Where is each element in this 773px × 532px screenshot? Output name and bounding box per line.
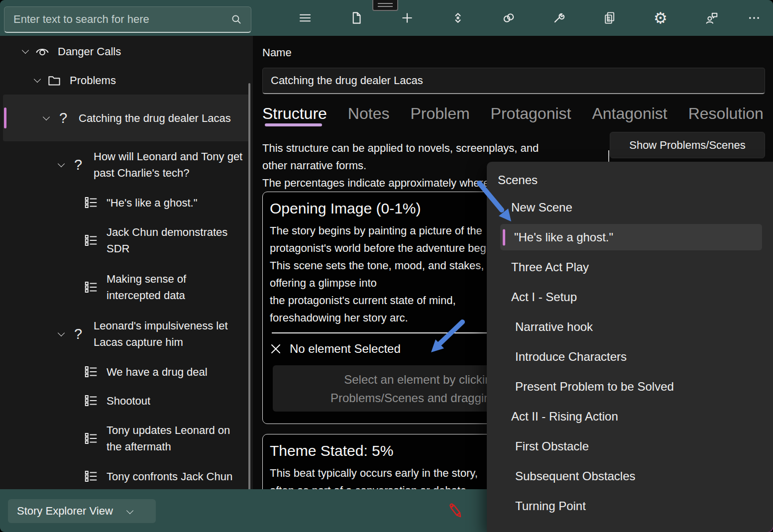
tab-antagonist[interactable]: Antagonist bbox=[592, 105, 667, 123]
tree-item-label: Catching the drug dealer Lacas bbox=[79, 110, 231, 126]
no-element-selected-label: No element Selected bbox=[290, 342, 401, 356]
tree-item-label: Jack Chun demonstrates SDR bbox=[107, 224, 250, 257]
chevron-down-icon[interactable] bbox=[53, 163, 70, 166]
close-icon[interactable] bbox=[270, 343, 282, 355]
scene-icon bbox=[83, 393, 100, 408]
view-selector[interactable]: Story Explorer View bbox=[8, 499, 156, 523]
tree-scrollbar[interactable] bbox=[248, 83, 250, 489]
selection-indicator bbox=[4, 107, 6, 128]
scene-icon bbox=[83, 280, 100, 295]
link-icon bbox=[501, 10, 516, 25]
scene-icon bbox=[83, 364, 100, 379]
tree-item-danger-calls[interactable]: Danger Calls bbox=[3, 37, 250, 66]
scene-icon bbox=[83, 195, 100, 210]
tab-structure[interactable]: Structure bbox=[262, 105, 327, 123]
chevron-down-icon[interactable] bbox=[38, 116, 55, 119]
question-icon: ? bbox=[55, 110, 72, 126]
tree-item-label: Danger Calls bbox=[58, 43, 121, 60]
selection-indicator bbox=[503, 229, 505, 246]
feedback-icon bbox=[704, 10, 719, 25]
tree-item-label: Tony updates Leonard on the aftermath bbox=[107, 422, 239, 455]
scene-item-act-2-rising-action[interactable]: Act II - Rising Action bbox=[487, 402, 773, 431]
tools-button[interactable] bbox=[548, 7, 570, 29]
new-document-button[interactable] bbox=[345, 7, 367, 29]
name-input[interactable] bbox=[262, 68, 765, 94]
scene-icon bbox=[83, 431, 100, 446]
scene-item-introduce-characters[interactable]: Introduce Characters bbox=[487, 342, 773, 372]
chevron-down-icon[interactable] bbox=[17, 50, 34, 53]
scenes-panel-title: Scenes bbox=[487, 168, 773, 193]
add-element-icon bbox=[400, 10, 415, 25]
app-window: ⚙ Danger Calls Problems ? Ca bbox=[0, 0, 773, 532]
tree-item-problems[interactable]: Problems bbox=[3, 66, 250, 95]
search-input[interactable] bbox=[4, 13, 230, 26]
feedback-button[interactable] bbox=[700, 7, 722, 29]
scene-icon bbox=[83, 233, 100, 248]
tab-problem[interactable]: Problem bbox=[410, 105, 469, 123]
tab-resolution[interactable]: Resolution bbox=[688, 105, 764, 123]
tree-item-label: How will Leonard and Tony get past Charl… bbox=[94, 148, 250, 181]
scene-item-present-problem[interactable]: Present Problem to be Solved bbox=[487, 372, 773, 402]
navigation-tree: Danger Calls Problems ? Catching the dru… bbox=[0, 36, 253, 489]
tree-item-label: We have a drug deal bbox=[107, 364, 208, 380]
scene-item-turning-point[interactable]: Turning Point bbox=[487, 491, 773, 521]
scene-item-three-act-play[interactable]: Three Act Play bbox=[487, 252, 773, 282]
scene-item-subsequent-obstacles[interactable]: Subsequent Obstacles bbox=[487, 461, 773, 491]
more-button[interactable] bbox=[743, 7, 765, 29]
chevron-down-icon bbox=[126, 510, 134, 513]
tab-strip: Structure Notes Problem Protagonist Anta… bbox=[262, 99, 764, 128]
scene-item-first-obstacle[interactable]: First Obstacle bbox=[487, 431, 773, 461]
tree-item-leonards-impulsiveness[interactable]: ? Leonard's impulsiveness let Lacas capt… bbox=[3, 311, 250, 357]
title-bar: ⚙ bbox=[0, 0, 773, 36]
tree-item-catching-lacas[interactable]: ? Catching the drug dealer Lacas bbox=[3, 95, 250, 141]
settings-icon: ⚙ bbox=[654, 10, 667, 26]
view-selector-label: Story Explorer View bbox=[17, 505, 113, 518]
window-drag-handle[interactable] bbox=[372, 0, 398, 11]
question-icon: ? bbox=[70, 157, 87, 173]
tree-item-label: Problems bbox=[70, 72, 116, 89]
eye-icon bbox=[34, 43, 51, 59]
tree-item-shootout[interactable]: Shootout bbox=[3, 386, 250, 415]
search-icon[interactable] bbox=[230, 13, 243, 26]
tree-item-we-have-a-drug-deal[interactable]: We have a drug deal bbox=[3, 357, 250, 386]
menu-icon bbox=[298, 10, 313, 25]
scene-item-narrative-hook[interactable]: Narrative hook bbox=[487, 312, 773, 342]
new-document-icon bbox=[349, 10, 364, 25]
settings-button[interactable]: ⚙ bbox=[650, 7, 671, 29]
copy-button[interactable] bbox=[599, 7, 621, 29]
scenes-flyout: Scenes New Scene "He's like a ghost." Th… bbox=[487, 162, 773, 532]
tab-protagonist[interactable]: Protagonist bbox=[491, 105, 571, 123]
add-element-button[interactable] bbox=[396, 7, 418, 29]
show-problems-scenes-button[interactable]: Show Problems/Scenes bbox=[610, 132, 765, 158]
scene-item-hes-like-a-ghost[interactable]: "He's like a ghost." bbox=[487, 222, 773, 252]
chevron-down-icon[interactable] bbox=[29, 79, 46, 82]
tree-item-label: Shootout bbox=[107, 393, 150, 409]
more-icon bbox=[747, 10, 762, 25]
scene-icon bbox=[83, 469, 100, 484]
tree-item-making-sense[interactable]: Making sense of intercepted data bbox=[3, 264, 250, 311]
name-label: Name bbox=[262, 46, 292, 59]
move-element-icon bbox=[450, 10, 465, 25]
scene-item-new-scene[interactable]: New Scene bbox=[487, 193, 773, 222]
tools-icon bbox=[552, 10, 566, 25]
tree-item-label: Tony confronts Jack Chun bbox=[107, 468, 232, 485]
tree-item-jack-chun-sdr[interactable]: Jack Chun demonstrates SDR bbox=[3, 217, 250, 264]
chevron-down-icon[interactable] bbox=[53, 332, 70, 335]
copy-icon bbox=[602, 10, 617, 25]
tab-notes[interactable]: Notes bbox=[348, 105, 390, 123]
tree-item-hes-like-a-ghost[interactable]: "He's like a ghost." bbox=[3, 188, 250, 217]
folder-icon bbox=[46, 73, 63, 88]
search-box[interactable] bbox=[4, 6, 251, 33]
tree-item-tony-confronts-jack[interactable]: Tony confronts Jack Chun bbox=[3, 462, 250, 489]
question-icon: ? bbox=[70, 326, 87, 342]
link-button[interactable] bbox=[498, 7, 520, 29]
tree-item-how-will-leonard[interactable]: ? How will Leonard and Tony get past Cha… bbox=[3, 141, 250, 188]
tree-item-label: Making sense of intercepted data bbox=[107, 271, 221, 304]
tree-item-tony-updates-leonard[interactable]: Tony updates Leonard on the aftermath bbox=[3, 415, 250, 462]
move-element-button[interactable] bbox=[447, 7, 469, 29]
menu-button[interactable] bbox=[294, 7, 316, 29]
scene-item-act-1-setup[interactable]: Act I - Setup bbox=[487, 282, 773, 312]
tree-item-label: "He's like a ghost." bbox=[107, 195, 197, 211]
tree-item-label: Leonard's impulsiveness let Lacas captur… bbox=[94, 318, 250, 350]
